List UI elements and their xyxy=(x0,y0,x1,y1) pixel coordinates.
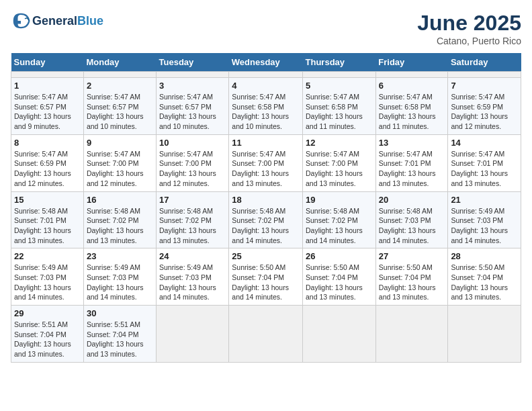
table-row xyxy=(448,306,521,363)
day-number: 25 xyxy=(232,251,300,261)
col-thursday: Thursday xyxy=(303,53,376,72)
table-row: 8 Sunrise: 5:47 AMSunset: 6:59 PMDayligh… xyxy=(11,134,84,191)
day-number: 9 xyxy=(87,138,153,148)
calendar-week-row: 1 Sunrise: 5:47 AMSunset: 6:57 PMDayligh… xyxy=(11,78,521,135)
day-info: Sunrise: 5:50 AMSunset: 7:04 PMDaylight:… xyxy=(306,263,363,301)
table-row xyxy=(157,306,229,363)
table-row: 11 Sunrise: 5:47 AMSunset: 7:00 PMDaylig… xyxy=(229,134,303,191)
day-info: Sunrise: 5:47 AMSunset: 6:59 PMDaylight:… xyxy=(14,150,71,187)
calendar-week-row: 8 Sunrise: 5:47 AMSunset: 6:59 PMDayligh… xyxy=(11,134,521,191)
table-row: 21 Sunrise: 5:49 AMSunset: 7:03 PMDaylig… xyxy=(448,191,521,248)
table-row: 29 Sunrise: 5:51 AMSunset: 7:04 PMDaylig… xyxy=(11,306,84,363)
day-info: Sunrise: 5:50 AMSunset: 7:04 PMDaylight:… xyxy=(232,263,289,301)
day-number: 18 xyxy=(232,195,300,205)
day-info: Sunrise: 5:47 AMSunset: 6:58 PMDaylight:… xyxy=(306,93,363,130)
day-number: 28 xyxy=(451,251,518,261)
day-number: 24 xyxy=(159,251,226,261)
day-number: 13 xyxy=(379,138,445,148)
col-wednesday: Wednesday xyxy=(229,53,303,72)
table-row: 12 Sunrise: 5:47 AMSunset: 7:00 PMDaylig… xyxy=(303,134,376,191)
table-row: 9 Sunrise: 5:47 AMSunset: 7:00 PMDayligh… xyxy=(83,134,156,191)
day-number: 17 xyxy=(159,195,226,205)
day-number: 29 xyxy=(14,308,81,318)
table-row: 27 Sunrise: 5:50 AMSunset: 7:04 PMDaylig… xyxy=(375,248,448,306)
day-number: 21 xyxy=(451,195,518,205)
logo: GeneralBlue xyxy=(11,11,103,31)
day-info: Sunrise: 5:48 AMSunset: 7:01 PMDaylight:… xyxy=(14,207,71,244)
logo-text: GeneralBlue xyxy=(32,14,103,28)
table-row: 15 Sunrise: 5:48 AMSunset: 7:01 PMDaylig… xyxy=(11,191,84,248)
month-title: June 2025 xyxy=(417,11,521,36)
table-row xyxy=(229,72,303,78)
day-info: Sunrise: 5:49 AMSunset: 7:03 PMDaylight:… xyxy=(87,263,144,301)
day-info: Sunrise: 5:47 AMSunset: 7:00 PMDaylight:… xyxy=(306,150,363,187)
table-row: 18 Sunrise: 5:48 AMSunset: 7:02 PMDaylig… xyxy=(229,191,303,248)
table-row: 7 Sunrise: 5:47 AMSunset: 6:59 PMDayligh… xyxy=(448,78,521,135)
day-info: Sunrise: 5:47 AMSunset: 6:57 PMDaylight:… xyxy=(14,93,71,130)
table-row: 2 Sunrise: 5:47 AMSunset: 6:57 PMDayligh… xyxy=(83,78,156,135)
table-row: 19 Sunrise: 5:48 AMSunset: 7:02 PMDaylig… xyxy=(303,191,376,248)
day-info: Sunrise: 5:47 AMSunset: 6:58 PMDaylight:… xyxy=(232,93,289,130)
day-info: Sunrise: 5:47 AMSunset: 6:57 PMDaylight:… xyxy=(159,93,216,130)
day-number: 15 xyxy=(14,195,81,205)
table-row: 17 Sunrise: 5:48 AMSunset: 7:02 PMDaylig… xyxy=(157,191,229,248)
day-info: Sunrise: 5:50 AMSunset: 7:04 PMDaylight:… xyxy=(379,263,436,301)
day-info: Sunrise: 5:47 AMSunset: 7:00 PMDaylight:… xyxy=(159,150,216,187)
table-row: 14 Sunrise: 5:47 AMSunset: 7:01 PMDaylig… xyxy=(448,134,521,191)
day-info: Sunrise: 5:47 AMSunset: 7:00 PMDaylight:… xyxy=(232,150,289,187)
day-info: Sunrise: 5:49 AMSunset: 7:03 PMDaylight:… xyxy=(451,207,508,244)
day-info: Sunrise: 5:49 AMSunset: 7:03 PMDaylight:… xyxy=(159,263,216,301)
calendar-body: 1 Sunrise: 5:47 AMSunset: 6:57 PMDayligh… xyxy=(11,72,521,363)
calendar-week-row: 22 Sunrise: 5:49 AMSunset: 7:03 PMDaylig… xyxy=(11,248,521,306)
day-number: 30 xyxy=(87,308,153,318)
table-row: 5 Sunrise: 5:47 AMSunset: 6:58 PMDayligh… xyxy=(303,78,376,135)
table-row: 1 Sunrise: 5:47 AMSunset: 6:57 PMDayligh… xyxy=(11,78,84,135)
day-info: Sunrise: 5:47 AMSunset: 7:01 PMDaylight:… xyxy=(451,150,508,187)
col-monday: Monday xyxy=(83,53,156,72)
day-info: Sunrise: 5:48 AMSunset: 7:02 PMDaylight:… xyxy=(306,207,363,244)
day-info: Sunrise: 5:48 AMSunset: 7:02 PMDaylight:… xyxy=(159,207,216,244)
day-number: 10 xyxy=(159,138,226,148)
table-row xyxy=(229,306,303,363)
day-number: 4 xyxy=(232,81,300,91)
table-row: 30 Sunrise: 5:51 AMSunset: 7:04 PMDaylig… xyxy=(83,306,156,363)
day-info: Sunrise: 5:51 AMSunset: 7:04 PMDaylight:… xyxy=(14,320,71,358)
page-header: GeneralBlue June 2025 Catano, Puerto Ric… xyxy=(11,11,521,46)
day-number: 23 xyxy=(87,251,153,261)
day-number: 16 xyxy=(87,195,153,205)
calendar-table: Sunday Monday Tuesday Wednesday Thursday… xyxy=(11,53,521,363)
location-subtitle: Catano, Puerto Rico xyxy=(417,36,521,46)
day-number: 12 xyxy=(306,138,373,148)
table-row: 3 Sunrise: 5:47 AMSunset: 6:57 PMDayligh… xyxy=(157,78,229,135)
day-number: 19 xyxy=(306,195,373,205)
calendar-week-row: 15 Sunrise: 5:48 AMSunset: 7:01 PMDaylig… xyxy=(11,191,521,248)
day-info: Sunrise: 5:47 AMSunset: 7:01 PMDaylight:… xyxy=(379,150,436,187)
table-row: 23 Sunrise: 5:49 AMSunset: 7:03 PMDaylig… xyxy=(83,248,156,306)
day-number: 2 xyxy=(87,81,153,91)
logo-icon xyxy=(11,11,31,31)
day-info: Sunrise: 5:48 AMSunset: 7:02 PMDaylight:… xyxy=(232,207,289,244)
col-saturday: Saturday xyxy=(448,53,521,72)
day-info: Sunrise: 5:47 AMSunset: 6:58 PMDaylight:… xyxy=(379,93,436,130)
day-number: 20 xyxy=(379,195,445,205)
day-info: Sunrise: 5:50 AMSunset: 7:04 PMDaylight:… xyxy=(451,263,508,301)
day-info: Sunrise: 5:47 AMSunset: 7:00 PMDaylight:… xyxy=(87,150,144,187)
table-row xyxy=(83,72,156,78)
calendar-week-row xyxy=(11,72,521,78)
table-row xyxy=(303,306,376,363)
table-row xyxy=(157,72,229,78)
table-row: 16 Sunrise: 5:48 AMSunset: 7:02 PMDaylig… xyxy=(83,191,156,248)
table-row: 13 Sunrise: 5:47 AMSunset: 7:01 PMDaylig… xyxy=(375,134,448,191)
title-area: June 2025 Catano, Puerto Rico xyxy=(417,11,521,46)
calendar-header-row: Sunday Monday Tuesday Wednesday Thursday… xyxy=(11,53,521,72)
col-friday: Friday xyxy=(375,53,448,72)
table-row xyxy=(448,72,521,78)
table-row: 24 Sunrise: 5:49 AMSunset: 7:03 PMDaylig… xyxy=(157,248,229,306)
day-info: Sunrise: 5:48 AMSunset: 7:03 PMDaylight:… xyxy=(379,207,436,244)
day-number: 3 xyxy=(159,81,226,91)
day-number: 1 xyxy=(14,81,81,91)
logo-blue: Blue xyxy=(77,14,103,28)
table-row: 10 Sunrise: 5:47 AMSunset: 7:00 PMDaylig… xyxy=(157,134,229,191)
day-info: Sunrise: 5:47 AMSunset: 6:57 PMDaylight:… xyxy=(87,93,144,130)
table-row: 25 Sunrise: 5:50 AMSunset: 7:04 PMDaylig… xyxy=(229,248,303,306)
